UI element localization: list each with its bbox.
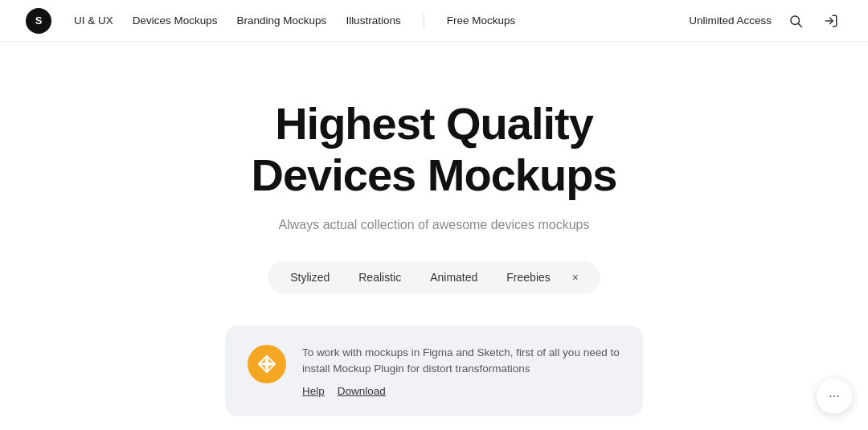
login-button[interactable] bbox=[820, 10, 842, 32]
filter-close-button[interactable]: × bbox=[567, 268, 584, 286]
filter-freebies[interactable]: Freebies bbox=[500, 268, 556, 287]
hero-title-line2: Devices Mockups bbox=[252, 149, 617, 200]
svg-line-1 bbox=[798, 23, 801, 27]
chat-button[interactable]: ··· bbox=[817, 379, 852, 414]
info-content: To work with mockups in Figma and Sketch… bbox=[302, 345, 620, 398]
download-link[interactable]: Download bbox=[338, 385, 386, 397]
logo[interactable]: S bbox=[26, 8, 51, 34]
nav-illustrations[interactable]: Illustrations bbox=[346, 14, 400, 27]
info-box: To work with mockups in Figma and Sketch… bbox=[225, 326, 643, 417]
filter-stylized[interactable]: Stylized bbox=[284, 268, 336, 287]
info-links: Help Download bbox=[302, 385, 620, 397]
filter-animated[interactable]: Animated bbox=[424, 268, 484, 287]
hero-title-line1: Highest Quality bbox=[275, 98, 593, 149]
unlimited-access-label[interactable]: Unlimited Access bbox=[689, 14, 772, 27]
hero-section: Highest Quality Devices Mockups Always a… bbox=[0, 42, 868, 430]
chat-icon: ··· bbox=[829, 389, 839, 403]
filter-realistic[interactable]: Realistic bbox=[352, 268, 407, 287]
navbar: S UI & UX Devices Mockups Branding Mocku… bbox=[0, 0, 868, 42]
filter-bar: Stylized Realistic Animated Freebies × bbox=[268, 261, 600, 293]
search-button[interactable] bbox=[784, 10, 807, 32]
nav-free-mockups[interactable]: Free Mockups bbox=[447, 14, 516, 27]
hero-subtitle: Always actual collection of awesome devi… bbox=[279, 218, 590, 232]
nav-branding-mockups[interactable]: Branding Mockups bbox=[237, 14, 327, 27]
nav-divider bbox=[424, 13, 424, 29]
logo-text: S bbox=[35, 14, 43, 27]
plugin-icon bbox=[248, 345, 286, 383]
nav-links: UI & UX Devices Mockups Branding Mockups… bbox=[74, 14, 401, 27]
nav-ui-ux[interactable]: UI & UX bbox=[74, 14, 113, 27]
nav-right: Unlimited Access bbox=[689, 10, 842, 32]
hero-title: Highest Quality Devices Mockups bbox=[252, 98, 617, 202]
help-link[interactable]: Help bbox=[302, 385, 325, 397]
nav-devices-mockups[interactable]: Devices Mockups bbox=[133, 14, 218, 27]
info-text: To work with mockups in Figma and Sketch… bbox=[302, 345, 620, 378]
